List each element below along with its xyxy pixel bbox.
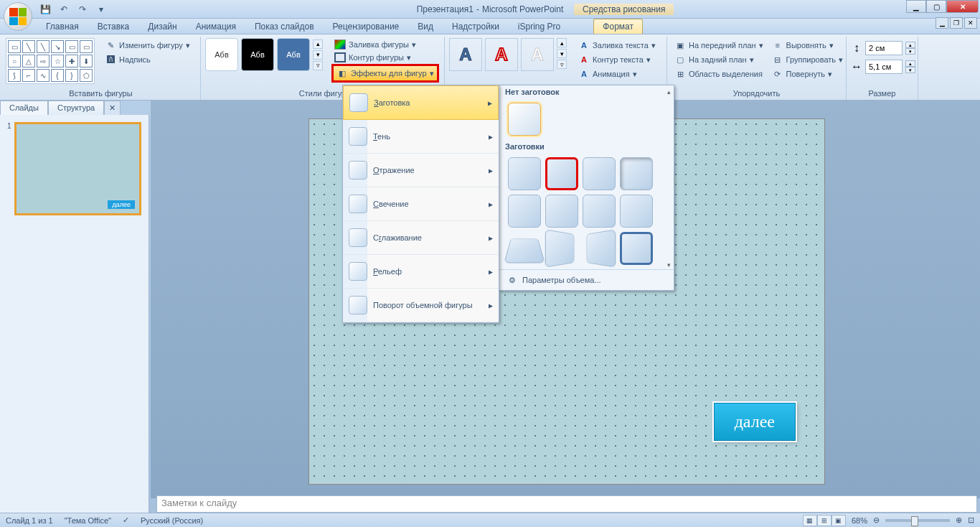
shape-curve-icon[interactable]: ⟆ <box>8 69 21 82</box>
shape-line-icon[interactable]: ╲ <box>22 40 35 53</box>
shape-rect3-icon[interactable]: ▭ <box>80 40 93 53</box>
preset-3[interactable] <box>583 157 616 190</box>
menu-glow[interactable]: Свечение▶ <box>343 187 499 221</box>
scroll-down-icon[interactable]: ▾ <box>667 261 671 269</box>
tab-home[interactable]: Главная <box>37 19 88 34</box>
undo-icon[interactable]: ↶ <box>58 4 70 15</box>
tab-outline[interactable]: Структура <box>48 101 104 116</box>
preset-params-button[interactable]: ⚙Параметры объема... <box>499 269 674 290</box>
tab-animation[interactable]: Анимация <box>187 19 245 34</box>
menu-reflection[interactable]: Отражение▶ <box>343 154 499 187</box>
preset-12[interactable] <box>620 232 653 265</box>
shape-callout-icon[interactable]: ⬠ <box>80 69 93 82</box>
panel-close-button[interactable]: ✕ <box>104 101 121 116</box>
preset-9[interactable] <box>504 238 545 263</box>
preset-10[interactable] <box>545 229 575 268</box>
shape-tri-icon[interactable]: △ <box>22 55 35 67</box>
scroll-up-icon[interactable]: ▴ <box>667 88 671 95</box>
gallery-up-icon[interactable]: ▴ <box>313 39 323 49</box>
gallery-more-icon[interactable]: ▿ <box>313 61 323 70</box>
tab-ispring[interactable]: iSpring Pro <box>509 19 569 34</box>
tab-insert[interactable]: Вставка <box>89 19 138 34</box>
spellcheck-icon[interactable]: ✓ <box>123 516 129 525</box>
shape-arrow3-icon[interactable]: ⬇ <box>80 55 93 67</box>
slide-thumbnail[interactable]: 1 далее <box>7 122 141 215</box>
next-button-shape[interactable]: далее <box>714 403 796 441</box>
shape-line2-icon[interactable]: ╲ <box>37 40 50 53</box>
height-input[interactable] <box>865 41 903 55</box>
shape-arrow2-icon[interactable]: ⇨ <box>37 55 50 67</box>
shape-rect2-icon[interactable]: ▭ <box>65 40 78 53</box>
office-button[interactable] <box>4 2 32 31</box>
menu-shadow[interactable]: Тень▶ <box>343 120 499 154</box>
spin-up-icon[interactable]: ▴ <box>905 42 915 48</box>
normal-view-button[interactable]: ▦ <box>803 515 817 526</box>
minimize-button[interactable]: ▁ <box>906 0 926 13</box>
tab-review[interactable]: Рецензирование <box>324 19 408 34</box>
zoom-level[interactable]: 68% <box>852 516 867 525</box>
shape-arrow-icon[interactable]: ↘ <box>51 40 64 53</box>
tab-format[interactable]: Формат <box>593 19 643 34</box>
selection-pane-button[interactable]: ⊞Область выделения <box>672 67 766 81</box>
preset-none[interactable] <box>508 103 541 136</box>
width-input[interactable] <box>865 60 903 74</box>
edit-shape-button[interactable]: ✎Изменить фигуру ▾ <box>102 38 193 52</box>
shape-curve2-icon[interactable]: ∿ <box>37 69 50 82</box>
menu-bevel[interactable]: Рельеф▶ <box>343 255 499 289</box>
doc-minimize-button[interactable]: ▁ <box>936 17 948 29</box>
zoom-slider[interactable] <box>885 519 950 522</box>
shape-outline-button[interactable]: Контур фигуры ▾ <box>331 51 439 64</box>
style-preset-2[interactable]: Абв <box>241 38 274 71</box>
zoom-out-button[interactable]: ⊖ <box>873 516 880 525</box>
align-button[interactable]: ≡Выровнять ▾ <box>769 38 847 52</box>
sorter-view-button[interactable]: ⊞ <box>817 515 831 526</box>
fit-button[interactable]: ⊡ <box>968 516 974 525</box>
shape-effects-button[interactable]: ◧Эффекты для фигур ▾ <box>331 64 439 83</box>
status-language[interactable]: Русский (Россия) <box>141 516 203 525</box>
tab-view[interactable]: Вид <box>409 19 442 34</box>
qat-dropdown-icon[interactable]: ▾ <box>95 4 107 15</box>
text-fill-button[interactable]: AЗаливка текста ▾ <box>575 38 659 52</box>
style-preset-1[interactable]: Абв <box>205 38 238 71</box>
shape-rect-icon[interactable]: ▭ <box>8 40 21 53</box>
tab-slideshow[interactable]: Показ слайдов <box>246 19 323 34</box>
gallery-down-icon[interactable]: ▾ <box>313 50 323 60</box>
text-outline-button[interactable]: AКонтур текста ▾ <box>575 52 659 67</box>
shape-brace-icon[interactable]: { <box>51 69 64 82</box>
text-effects-button[interactable]: AАнимация ▾ <box>575 67 659 81</box>
send-back-button[interactable]: ▢На задний план ▾ <box>672 52 766 67</box>
redo-icon[interactable]: ↷ <box>77 4 88 15</box>
group-button[interactable]: ⊟Группировать ▾ <box>769 52 847 67</box>
spin-down-icon[interactable]: ▾ <box>905 48 915 55</box>
spin-down-icon[interactable]: ▾ <box>905 67 915 73</box>
preset-7[interactable] <box>583 195 616 228</box>
rotate-button[interactable]: ⟳Повернуть ▾ <box>769 67 847 81</box>
spin-up-icon[interactable]: ▴ <box>905 60 915 67</box>
shapes-gallery[interactable]: ▭ ╲ ╲ ↘ ▭ ▭ ○ △ ⇨ ☆ ✚ ⬇ ⟆ ⌐ ∿ { } ⬠ <box>6 38 95 84</box>
preset-4[interactable] <box>620 157 653 190</box>
preset-5[interactable] <box>508 195 541 228</box>
shape-star-icon[interactable]: ☆ <box>51 55 64 67</box>
preset-11[interactable] <box>587 229 616 268</box>
tab-addons[interactable]: Надстройки <box>443 19 508 34</box>
shape-connector-icon[interactable]: ⌐ <box>22 69 35 82</box>
preset-2[interactable] <box>545 157 578 190</box>
thumb-image[interactable]: далее <box>14 122 141 215</box>
preset-1[interactable] <box>508 157 541 190</box>
shape-style-gallery[interactable]: Абв Абв Абв ▴▾▿ <box>205 38 323 71</box>
menu-softedge[interactable]: Сглаживание▶ <box>343 221 499 255</box>
wordart-1[interactable]: А <box>449 38 482 71</box>
wordart-2[interactable]: А <box>485 38 518 71</box>
shape-oval-icon[interactable]: ○ <box>8 55 21 67</box>
shape-fill-button[interactable]: Заливка фигуры ▾ <box>331 38 439 51</box>
bring-front-button[interactable]: ▣На передний план ▾ <box>672 38 766 52</box>
preset-6[interactable] <box>545 195 578 228</box>
wordart-gallery[interactable]: А А А ▴▾▿ <box>449 38 567 71</box>
doc-restore-button[interactable]: ❐ <box>950 17 963 29</box>
slideshow-view-button[interactable]: ▣ <box>831 515 846 526</box>
tab-design[interactable]: Дизайн <box>139 19 185 34</box>
doc-close-button[interactable]: ✕ <box>964 17 977 29</box>
wordart-3[interactable]: А <box>521 38 554 71</box>
shape-cross-icon[interactable]: ✚ <box>65 55 78 67</box>
menu-preset[interactable]: Заготовка▶ <box>343 85 499 120</box>
